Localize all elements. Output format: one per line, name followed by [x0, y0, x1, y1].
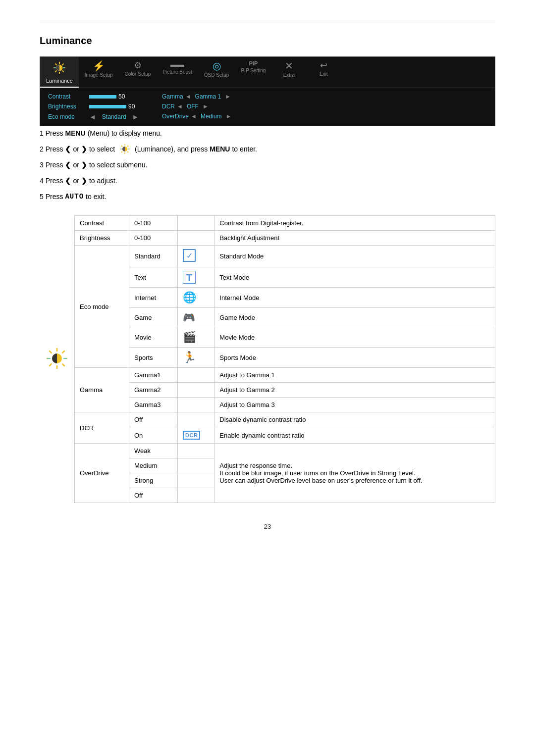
table-row-gamma1: Gamma Gamma1 Adjust to Gamma 1: [40, 368, 495, 383]
ecomode-text-desc: Text Mode: [214, 267, 495, 288]
top-divider: [40, 20, 495, 20]
instruction-2: 2 Press ❮ or ❯ to select (Luminance: [40, 142, 495, 156]
page-container: Luminance: [0, 0, 535, 756]
gamma3-desc: Adjust to Gamma 3: [214, 398, 495, 412]
overdrive-desc: Adjust the response time. It could be bl…: [214, 444, 495, 503]
ecomode-standard-desc: Standard Mode: [214, 246, 495, 267]
eco-arrow-left: ◄: [89, 113, 96, 121]
overdrive-weak-sub: Weak: [129, 444, 178, 458]
osd-nav-imagesetup: ⚡ Image Setup: [79, 57, 119, 88]
instr2-or1: or: [73, 142, 79, 156]
gamma-label: Gamma: [162, 93, 183, 100]
contrast-feature-label: Contrast: [75, 216, 129, 231]
ecomode-standard-icon-cell: [178, 246, 214, 267]
svg-line-30: [49, 364, 52, 366]
osd-nav-bar: Luminance ⚡ Image Setup ⚙ Color Setup ▬▬…: [40, 57, 495, 88]
osd-nav-osdsetup: ◎ OSD Setup: [198, 57, 235, 88]
osd-brightness-bar: 90: [89, 103, 135, 110]
dcr-value: OFF: [187, 103, 199, 110]
instr2-left-angle: ❮: [65, 142, 71, 156]
osd-contrast-label: Contrast: [48, 93, 85, 100]
instr2-menu-bold: MENU: [210, 142, 230, 156]
ecomode-sports-sub: Sports: [129, 348, 178, 368]
table-sun-icon: [45, 346, 69, 371]
dcr-label: DCR: [162, 103, 175, 110]
imagesetup-nav-icon: ⚡: [93, 61, 105, 71]
osd-gamma-row: Gamma ◄ Gamma 1 ►: [162, 93, 231, 100]
gamma-feature-label: Gamma: [75, 368, 129, 412]
ecomode-movie-desc: Movie Mode: [214, 327, 495, 348]
osd-right-panel: Gamma ◄ Gamma 1 ► DCR ◄ OFF ► OverDrive …: [162, 93, 231, 121]
osd-nav-extra-label: Extra: [283, 72, 295, 78]
instr4-num: 4 Press: [40, 174, 63, 188]
movie-mode-icon: 🎬: [183, 331, 196, 343]
overdrive-feature-label: OverDrive: [75, 444, 129, 503]
brightness-range: 0-100: [129, 231, 178, 246]
ecomode-text-icon-cell: T: [178, 267, 214, 288]
gamma1-sub: Gamma1: [129, 368, 178, 383]
table-row-overdrive-weak: OverDrive Weak Adjust the response time.…: [40, 444, 495, 458]
internet-mode-icon: 🌐: [183, 291, 196, 303]
osd-brightness-label: Brightness: [48, 103, 85, 110]
gamma1-desc: Adjust to Gamma 1: [214, 368, 495, 383]
contrast-range: 0-100: [129, 216, 178, 231]
osdsetup-nav-icon: ◎: [213, 61, 221, 71]
ecomode-text-sub: Text: [129, 267, 178, 288]
osd-nav-osdsetup-label: OSD Setup: [204, 72, 229, 78]
instr3-left-angle: ❮: [65, 158, 71, 172]
extra-nav-icon: ✕: [285, 61, 293, 71]
exit-nav-icon: ↩: [320, 61, 327, 70]
ecomode-feature-label: Eco mode: [75, 246, 129, 368]
ecomode-standard-sub: Standard: [129, 246, 178, 267]
standard-check-icon: [183, 249, 196, 262]
instr5-text: to exit.: [86, 190, 106, 203]
instr2-num: 2 Press: [40, 142, 63, 156]
instr2-right-angle: ❯: [81, 142, 87, 156]
table-row-ecomode-standard: Eco mode Standard Standard Mode: [40, 246, 495, 267]
osd-nav-exit-label: Exit: [320, 71, 328, 77]
left-sun-icon-cell: [40, 216, 75, 503]
table-row-dcr-off: DCR Off Disable dynamic contrast ratio: [40, 412, 495, 427]
svg-line-19: [121, 151, 122, 152]
instr4-text: to adjust.: [89, 174, 117, 188]
instr3-text: to select submenu.: [89, 158, 148, 172]
overdrive-off-sub: Off: [129, 488, 178, 503]
svg-line-7: [62, 64, 63, 65]
brightness-value: 90: [128, 103, 135, 110]
dcr-feature-label: DCR: [75, 412, 129, 444]
instr4-or: or: [73, 174, 79, 188]
instr3-num: 3 Press: [40, 158, 63, 172]
instr1-num: 1 Press: [40, 126, 63, 140]
game-mode-icon: 🎮: [183, 312, 195, 323]
svg-line-28: [62, 364, 65, 366]
instr3-or: or: [73, 158, 79, 172]
osd-nav-luminance-label: Luminance: [46, 78, 73, 84]
overdrive-weak-icon-cell: [178, 444, 214, 458]
dcr-on-icon-cell: DCR: [178, 427, 214, 444]
svg-line-8: [55, 71, 56, 72]
contrast-value: 50: [118, 93, 125, 100]
pipsetting-nav-icon: PIP: [249, 61, 258, 66]
osd-content-area: Contrast 50 Brightness 90 Eco mo: [40, 88, 495, 126]
gamma-value: Gamma 1: [195, 93, 221, 100]
dcr-off-desc: Disable dynamic contrast ratio: [214, 412, 495, 427]
dcr-arrow-right: ►: [203, 103, 209, 110]
osd-nav-luminance: Luminance: [40, 57, 79, 88]
gamma2-icon-cell: [178, 383, 214, 398]
osd-contrast-bar: 50: [89, 93, 125, 100]
osd-nav-exit: ↩ Exit: [306, 57, 341, 88]
overdrive-label: OverDrive: [162, 113, 189, 120]
brightness-desc: Backlight Adjustment: [214, 231, 495, 246]
brightness-feature-label: Brightness: [75, 231, 129, 246]
table-row-brightness: Brightness 0-100 Backlight Adjustment: [40, 231, 495, 246]
osd-menu-display: Luminance ⚡ Image Setup ⚙ Color Setup ▬▬…: [40, 56, 495, 126]
svg-line-17: [127, 151, 128, 152]
brightness-bar-fill: [89, 105, 126, 108]
ecomode-game-desc: Game Mode: [214, 308, 495, 327]
instr1-text: (Menu) to display menu.: [88, 126, 162, 140]
overdrive-value: Medium: [201, 113, 222, 120]
osd-nav-pictureboost-label: Picture Boost: [162, 69, 192, 75]
sports-mode-icon: 🏃: [183, 351, 196, 363]
ecomode-game-sub: Game: [129, 308, 178, 327]
instr3-right-angle: ❯: [81, 158, 87, 172]
